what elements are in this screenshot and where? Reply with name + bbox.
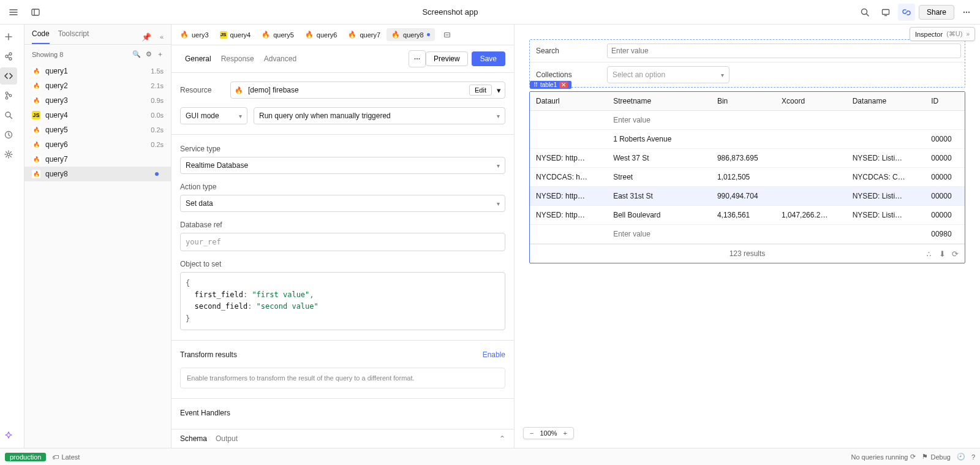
help-icon[interactable]: ? xyxy=(971,453,975,461)
search-input[interactable] xyxy=(607,43,961,58)
tab-response[interactable]: Response xyxy=(216,52,259,66)
sidebar-query-item[interactable]: 🔥query7 xyxy=(24,152,171,167)
object-code-editor[interactable]: { first_field: "first value", second_fie… xyxy=(180,272,505,330)
inspector-shortcut: (⌘U) xyxy=(946,30,962,38)
enable-transform-link[interactable]: Enable xyxy=(483,350,505,359)
branch-icon[interactable] xyxy=(0,87,17,104)
data-table[interactable]: DataurlStreetnameBinXcoordDatanameID 1 R… xyxy=(530,92,965,244)
menu-icon[interactable] xyxy=(5,4,22,21)
editor-tab[interactable]: 🔥query7 xyxy=(343,28,385,41)
sidebar-query-item[interactable]: 🔥query30.9s xyxy=(24,93,171,108)
add-icon[interactable] xyxy=(0,28,17,45)
resource-select[interactable]: 🔥 [demo] firebase Edit ▾ xyxy=(230,81,505,99)
tab-schema[interactable]: Schema xyxy=(180,434,207,443)
table-row[interactable]: NYSED: http…East 31st St990,494.704NYSED… xyxy=(530,187,965,206)
query-time: 0.9s xyxy=(151,97,164,104)
latest-label[interactable]: 🏷Latest xyxy=(52,453,80,461)
pin-icon[interactable]: 📌 xyxy=(141,32,151,42)
table-row[interactable]: 00980 xyxy=(530,225,965,244)
column-header[interactable]: ID xyxy=(925,92,965,111)
editor-tab[interactable]: 🔥query6 xyxy=(300,28,342,41)
firebase-icon: 🔥 xyxy=(262,31,270,39)
debug-button[interactable]: ⚑Debug xyxy=(922,453,950,461)
query-name: query6 xyxy=(45,140,146,149)
link-icon[interactable] xyxy=(898,4,915,21)
status-history-icon[interactable]: 🕘 xyxy=(957,453,965,461)
collapse-icon[interactable]: « xyxy=(160,33,164,40)
inspector-badge[interactable]: Inspector (⌘U) » xyxy=(910,27,975,41)
chevron-down-icon: ▾ xyxy=(721,72,724,78)
editor-tab[interactable]: 🔥uery3 xyxy=(175,28,214,41)
table-row[interactable]: 1 Roberts Avenue00000 xyxy=(530,130,965,149)
service-type-select[interactable]: Realtime Database ▾ xyxy=(180,157,505,174)
history-icon[interactable] xyxy=(0,126,17,143)
collections-placeholder: Select an option xyxy=(612,70,665,79)
save-button[interactable]: Save xyxy=(472,51,505,66)
expand-footer-icon[interactable]: ⌃ xyxy=(499,434,505,443)
preview-mode-icon[interactable] xyxy=(877,4,894,21)
tab-general[interactable]: General xyxy=(180,52,216,66)
edit-resource-button[interactable]: Edit xyxy=(469,85,492,96)
table-row[interactable] xyxy=(530,111,965,130)
preview-button[interactable]: Preview xyxy=(426,51,468,66)
collections-select[interactable]: Select an option ▾ xyxy=(607,66,729,83)
sidebar-query-item[interactable]: JSquery40.0s xyxy=(24,108,171,123)
table-row[interactable]: NYSED: http…Bell Boulevard4,136,5611,047… xyxy=(530,206,965,225)
panel-toggle-icon[interactable] xyxy=(27,4,44,21)
sidebar-search-icon[interactable]: 🔍 xyxy=(132,50,141,58)
table-row[interactable]: NYSED: http…West 37 St986,873.695NYSED: … xyxy=(530,149,965,168)
share-button[interactable]: Share xyxy=(919,5,954,20)
delete-component-icon[interactable]: ✕ xyxy=(559,81,568,88)
tab-advanced[interactable]: Advanced xyxy=(259,52,301,66)
cell-input[interactable] xyxy=(613,230,705,238)
more-icon[interactable] xyxy=(958,4,975,21)
table-cell: NYCDCAS: C… xyxy=(846,168,925,187)
table-row[interactable]: NYCDCAS: h…Street1,012,505NYCDCAS: C…000… xyxy=(530,168,965,187)
tab-toolscript[interactable]: Toolscript xyxy=(58,29,89,44)
gear-icon[interactable] xyxy=(0,146,17,163)
zoom-in-icon[interactable]: + xyxy=(561,429,570,437)
sidebar-query-item[interactable]: 🔥query50.2s xyxy=(24,123,171,137)
queries-refresh-icon[interactable]: ⟳ xyxy=(910,453,916,461)
tab-code[interactable]: Code xyxy=(32,29,50,44)
table-filter-icon[interactable]: ⛬ xyxy=(925,249,933,259)
gui-mode-select[interactable]: GUI mode ▾ xyxy=(180,107,247,124)
column-header[interactable]: Dataname xyxy=(846,92,925,111)
code-tab-icon[interactable] xyxy=(0,67,17,85)
drag-handle-icon[interactable]: ⠿ xyxy=(533,81,538,88)
add-query-icon[interactable]: ＋ xyxy=(157,50,164,59)
editor-tab[interactable]: 🔥query5 xyxy=(257,28,299,41)
filter-icon[interactable]: ⚙ xyxy=(146,50,152,58)
sidebar-query-item[interactable]: 🔥query11.5s xyxy=(24,64,171,78)
rail-share-icon[interactable] xyxy=(0,48,17,65)
action-type-select[interactable]: Set data ▾ xyxy=(180,195,505,212)
refresh-icon[interactable]: ⟳ xyxy=(952,249,959,259)
column-header[interactable]: Dataurl xyxy=(530,92,607,111)
editor-tab[interactable]: JSquery4 xyxy=(215,29,256,41)
column-header[interactable]: Bin xyxy=(711,92,775,111)
close-tabs-icon[interactable] xyxy=(439,26,456,43)
component-tag[interactable]: ⠿ table1 ✕ xyxy=(530,81,571,89)
sidebar-query-item[interactable]: 🔥query22.1s xyxy=(24,78,171,93)
column-header[interactable]: Xcoord xyxy=(775,92,846,111)
trigger-select[interactable]: Run query only when manually triggered ▾ xyxy=(254,107,505,124)
sidebar-query-item[interactable]: 🔥query8 xyxy=(24,167,171,181)
zoom-out-icon[interactable]: − xyxy=(527,429,536,437)
download-icon[interactable]: ⬇ xyxy=(939,249,946,259)
editor-more-icon[interactable] xyxy=(409,50,426,67)
search-icon[interactable] xyxy=(856,4,873,21)
env-badge[interactable]: production xyxy=(5,453,46,461)
query-name: query7 xyxy=(45,155,159,164)
tab-output[interactable]: Output xyxy=(216,434,238,443)
editor-tab[interactable]: 🔥query8 xyxy=(386,28,435,41)
sparkle-icon[interactable] xyxy=(0,427,17,444)
rail-search-icon[interactable] xyxy=(0,107,17,124)
query-name: query2 xyxy=(45,81,146,90)
db-ref-input[interactable]: your_ref xyxy=(180,233,505,251)
cell-input[interactable] xyxy=(613,116,705,124)
column-header[interactable]: Streetname xyxy=(607,92,711,111)
zoom-control[interactable]: − 100% + xyxy=(523,427,574,439)
svg-point-6 xyxy=(963,11,965,12)
sidebar-query-item[interactable]: 🔥query60.2s xyxy=(24,137,171,152)
search-prop-label: Search xyxy=(530,42,603,60)
